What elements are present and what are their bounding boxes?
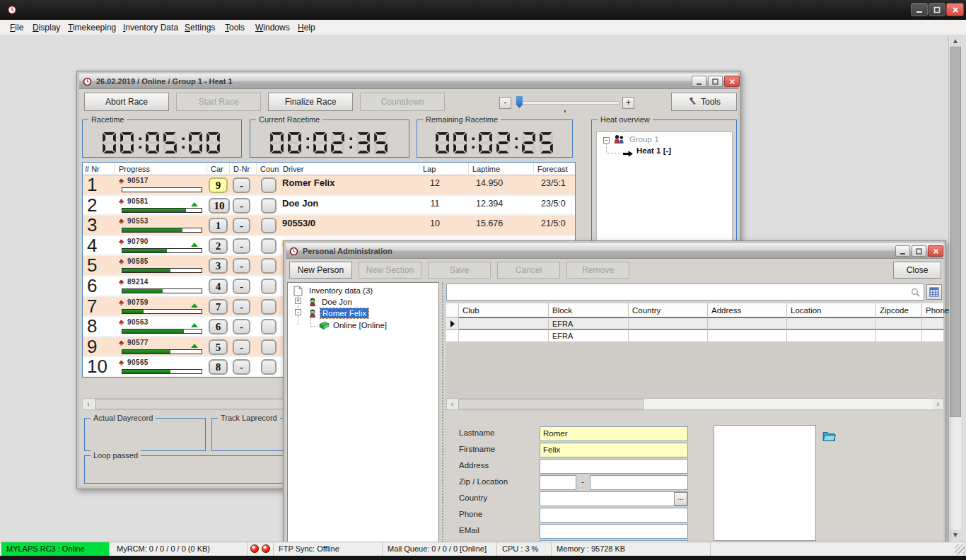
hscroll-left-button[interactable]: ‹: [83, 399, 94, 409]
dnr-box[interactable]: -: [233, 177, 250, 193]
car-number-box[interactable]: 8: [209, 359, 228, 375]
grid-row-1-club[interactable]: [459, 317, 549, 329]
zoom-in-button[interactable]: +: [622, 97, 634, 109]
grid-col-country[interactable]: Country: [629, 303, 708, 317]
grid-row-1-location[interactable]: [787, 317, 876, 329]
mdi-vscroll-down[interactable]: ▼: [950, 530, 961, 541]
grid-row-1-phone[interactable]: [922, 317, 944, 329]
car-number-box[interactable]: 5: [209, 339, 228, 355]
col-header-forecast[interactable]: Forecast: [535, 163, 576, 175]
col-header-progress[interactable]: Progress: [117, 163, 207, 175]
country-box[interactable]: [261, 198, 277, 214]
grid-row-2-country[interactable]: [629, 330, 708, 342]
menu-tools[interactable]: Tools: [222, 20, 248, 35]
country-picker-button[interactable]: ...: [674, 492, 687, 506]
grid-hscroll-left[interactable]: ‹: [447, 399, 458, 409]
col-header-d-nr[interactable]: D-Nr: [231, 163, 257, 175]
race-window-titlebar[interactable]: 26.02.2019 / Online / Group 1 - Heat 1: [79, 74, 738, 89]
tree-collapse-romerfelix[interactable]: -: [295, 309, 301, 315]
grid-col-phone[interactable]: Phone: [922, 303, 944, 317]
grid-row-2-address[interactable]: [708, 330, 787, 342]
tools-button[interactable]: Tools: [671, 93, 737, 111]
col-header-car[interactable]: Car: [209, 163, 230, 175]
tree-root-label[interactable]: Inventory data (3): [309, 286, 373, 295]
dnr-box[interactable]: -: [233, 339, 250, 355]
grid-col-block[interactable]: Block: [549, 303, 629, 317]
grid-row-2-phone[interactable]: [922, 330, 944, 342]
mdi-vscroll-thumb[interactable]: [950, 47, 961, 417]
tree-expand-doejon[interactable]: +: [295, 298, 301, 304]
app-close-button[interactable]: [946, 3, 964, 16]
countdown-button[interactable]: Countdown: [360, 93, 445, 111]
cancel-button[interactable]: Cancel: [497, 262, 560, 279]
heat-tree-group[interactable]: Group 1: [629, 135, 659, 144]
country-box[interactable]: [261, 359, 277, 375]
field-zip[interactable]: [540, 475, 576, 490]
new-section-button[interactable]: New Section: [359, 262, 421, 279]
tree-item-doejon[interactable]: Doe Jon: [322, 298, 352, 306]
col-header-driver[interactable]: Driver: [281, 163, 419, 175]
grid-view-button[interactable]: [926, 284, 942, 300]
car-number-box[interactable]: 10: [209, 198, 230, 214]
car-number-box[interactable]: 9: [209, 177, 228, 193]
save-button[interactable]: Save: [428, 262, 491, 279]
race-row-1[interactable]: 1♣905179-Romer Felix1214.95023/5:1: [83, 175, 575, 196]
grid-col-location[interactable]: Location: [787, 303, 876, 317]
car-number-box[interactable]: 4: [209, 279, 228, 294]
country-box[interactable]: [261, 339, 277, 355]
country-box[interactable]: [261, 218, 277, 233]
close-button[interactable]: Close: [893, 262, 941, 279]
race-row-3[interactable]: 3♣905531-90553/01015.67621/5:0: [83, 216, 575, 236]
car-number-box[interactable]: 1: [209, 218, 228, 233]
slider-track[interactable]: [516, 101, 619, 105]
car-number-box[interactable]: 6: [209, 319, 228, 334]
grid-row-2-zipcode[interactable]: [876, 330, 922, 342]
field-email[interactable]: [540, 524, 688, 539]
dnr-box[interactable]: -: [233, 198, 250, 214]
field-extra[interactable]: [540, 540, 688, 542]
field-address[interactable]: [540, 459, 688, 474]
country-box[interactable]: [261, 238, 277, 254]
menu-inventory-data[interactable]: Inventory Data: [120, 20, 181, 35]
dnr-box[interactable]: -: [233, 359, 250, 375]
grid-row-2-location[interactable]: [787, 330, 876, 342]
menu-display[interactable]: Display: [30, 20, 63, 35]
dnr-box[interactable]: -: [233, 218, 250, 233]
menu-windows[interactable]: Windows: [252, 20, 293, 35]
grid-row-2-club[interactable]: [459, 330, 549, 342]
search-input[interactable]: [446, 284, 924, 301]
grid-row-1-zipcode[interactable]: [876, 317, 922, 329]
mdi-vscrollbar[interactable]: ▲ ▼: [948, 35, 961, 542]
country-box[interactable]: [261, 177, 277, 193]
country-box[interactable]: [261, 319, 277, 334]
country-box[interactable]: [261, 299, 277, 315]
dnr-box[interactable]: -: [233, 258, 250, 274]
tree-item-romerfelix-selected[interactable]: Romer Felix: [320, 308, 368, 318]
heat-group-collapse-icon[interactable]: -: [603, 137, 610, 144]
field-phone[interactable]: [540, 508, 688, 523]
race-row-2[interactable]: 2♣9058110-Doe Jon1112.39423/5:0: [83, 196, 575, 216]
dnr-box[interactable]: -: [233, 279, 250, 294]
mdi-vscroll-up[interactable]: ▲: [950, 35, 961, 47]
pa-minimize-button[interactable]: [895, 245, 910, 257]
race-maximize-button[interactable]: [708, 76, 723, 87]
menu-timekeeping[interactable]: Timekeeping: [65, 20, 119, 35]
grid-row-2-block[interactable]: EFRA: [549, 330, 629, 342]
car-number-box[interactable]: 2: [209, 238, 228, 254]
grid-row-1-address[interactable]: [708, 317, 787, 329]
col-header-lap[interactable]: Lap: [421, 163, 469, 175]
pa-maximize-button[interactable]: [912, 245, 926, 257]
grid-hscrollbar[interactable]: ‹ ›: [446, 398, 944, 410]
race-close-button[interactable]: [724, 76, 740, 87]
menu-help[interactable]: Help: [295, 20, 318, 35]
app-minimize-button[interactable]: [911, 3, 928, 16]
field-location[interactable]: [590, 475, 688, 490]
country-box[interactable]: [261, 258, 277, 274]
dnr-box[interactable]: -: [233, 319, 250, 334]
dnr-box[interactable]: -: [233, 238, 250, 254]
field-country[interactable]: [540, 491, 688, 506]
grid-hscroll-thumb[interactable]: [458, 399, 644, 409]
abort-race-button[interactable]: Abort Race: [84, 93, 169, 111]
tree-item-online[interactable]: Online [Online]: [333, 321, 387, 329]
pa-close-button[interactable]: [928, 245, 943, 257]
